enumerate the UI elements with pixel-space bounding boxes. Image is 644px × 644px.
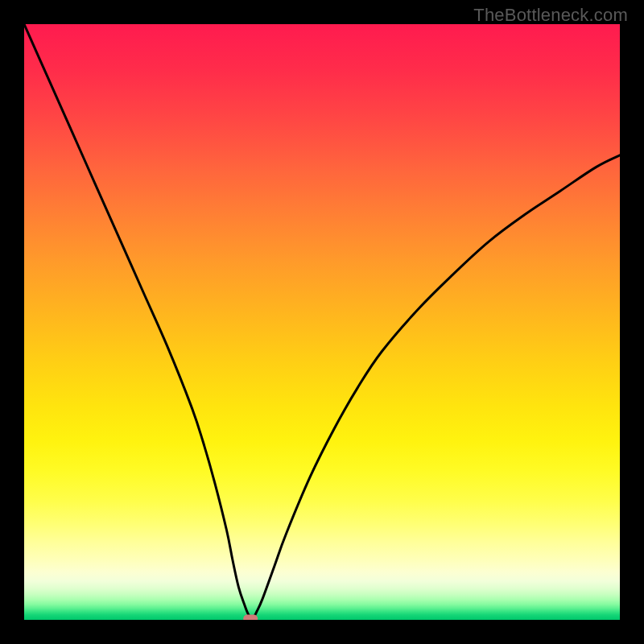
gradient-background [24,24,620,620]
chart-svg [24,24,620,620]
optimal-marker [243,615,258,621]
watermark-text: TheBottleneck.com [473,5,628,26]
plot-area [24,24,620,620]
chart-frame: TheBottleneck.com [0,0,644,644]
